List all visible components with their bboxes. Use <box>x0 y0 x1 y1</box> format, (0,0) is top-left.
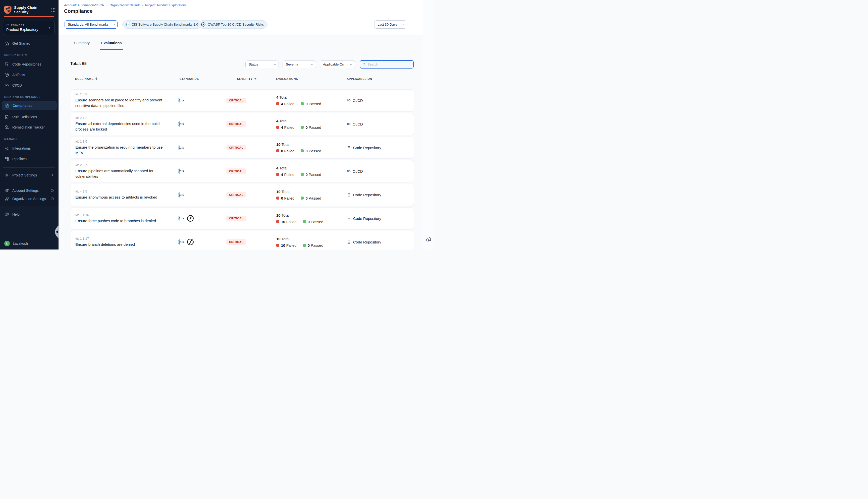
total-label: Total <box>281 142 290 147</box>
total-label: Total <box>281 190 290 194</box>
total-label: Total <box>279 95 288 99</box>
sidebar-item-help[interactable]: ? Help <box>2 210 57 219</box>
project-label: PROJECT <box>11 24 24 26</box>
failed-count: 10 <box>281 220 285 224</box>
code-repository-icon <box>347 193 351 197</box>
failed-stat: 4 Failed <box>281 125 294 130</box>
passed-indicator <box>301 173 304 176</box>
breadcrumb-project[interactable]: Project: Product Exploratory <box>145 3 186 7</box>
collapse-arrow-icon <box>56 230 58 233</box>
passed-indicator <box>303 220 306 223</box>
passed-count: 0 <box>305 196 308 200</box>
svg-text:CIS: CIS <box>180 241 184 243</box>
brand: Supply Chain Security <box>3 4 56 15</box>
info-icon <box>50 197 54 200</box>
svg-text:CIS: CIS <box>180 146 184 149</box>
failed-label: Failed <box>284 196 294 200</box>
failed-label: Failed <box>286 220 297 224</box>
owasp-chip[interactable]: OWASP Top 10 CI/CD Security Risks <box>198 20 267 28</box>
date-range-dropdown[interactable]: Last 30 Days <box>374 20 406 28</box>
applicable-on-label: Code Repository <box>353 216 381 221</box>
cis-standard-icon: CIS <box>177 168 184 175</box>
failed-stat: 0 Failed <box>281 196 294 200</box>
search-input[interactable] <box>367 62 411 66</box>
passed-label: Passed <box>311 243 323 247</box>
compliance-doc-icon <box>4 103 10 108</box>
column-rule-name[interactable]: RULE NAME <box>75 77 180 80</box>
tab-summary[interactable]: Summary <box>73 39 91 50</box>
table-row[interactable]: Id: 4.2.5 Ensure anonymous access to art… <box>71 184 414 206</box>
divider <box>3 183 55 183</box>
total-label: Total <box>279 166 288 170</box>
sidebar: Supply Chain Security PROJECT Product Ex… <box>0 0 59 250</box>
infinity-icon <box>4 83 9 88</box>
table-row[interactable]: Id: 2.4.2 Ensure all external dependenci… <box>71 113 414 135</box>
shield-logo-icon <box>3 5 12 14</box>
failed-stat: 4 Failed <box>281 102 294 106</box>
sidebar-item-artifacts[interactable]: Artifacts <box>2 70 57 79</box>
severity-badge: CRITICAL <box>226 145 246 150</box>
severity-filter-dropdown[interactable]: Severity <box>282 61 316 68</box>
cis-logo-icon: CIS <box>125 22 130 27</box>
tab-evaluations[interactable]: Evaluations <box>100 39 123 50</box>
column-standards: STANDARDS <box>180 77 231 80</box>
sidebar-item-account-settings[interactable]: Account Settings <box>2 186 57 195</box>
rule-id: Id: 1.1.16 <box>75 213 180 217</box>
failed-indicator <box>276 102 279 105</box>
table-row[interactable]: Id: 2.3.7 Ensure pipelines are automatic… <box>71 160 414 182</box>
sidebar-item-remediation-tracker[interactable]: Remediation Tracker <box>2 123 57 132</box>
table-row[interactable]: Id: 1.1.16 Ensure force pushes code to b… <box>71 207 414 229</box>
breadcrumb: Account: Automation-SSCA › Organization:… <box>64 3 186 7</box>
total-count: 10 <box>276 213 280 217</box>
sidebar-item-integrations[interactable]: Integrations <box>2 144 57 153</box>
breadcrumb-account[interactable]: Account: Automation-SSCA <box>64 3 104 7</box>
app-switcher-grid-icon[interactable] <box>51 8 56 12</box>
breadcrumb-organization[interactable]: Organization: default <box>109 3 140 7</box>
failed-stat: 4 Failed <box>281 172 294 177</box>
project-selector[interactable]: PROJECT Product Exploratory <box>3 21 55 35</box>
user-menu[interactable]: L Lavakush <box>2 239 57 248</box>
integrations-icon <box>4 146 9 151</box>
project-name: Product Exploratory <box>6 28 51 32</box>
sidebar-item-rule-definitions[interactable]: Rule Definitions <box>2 112 57 121</box>
table-row[interactable]: Id: 1.3.5 Ensure the organization is req… <box>71 136 414 159</box>
svg-text:CIS: CIS <box>180 123 184 125</box>
passed-stat: 0 Passed <box>305 125 321 130</box>
passed-indicator <box>301 102 304 105</box>
breadcrumb-separator: › <box>142 3 143 7</box>
chevron-right-icon <box>48 27 51 29</box>
sidebar-item-compliance[interactable]: Compliance <box>2 101 57 110</box>
rules-table: Id: 2.3.8 Ensure scanners are in place t… <box>71 89 414 250</box>
standards-filter-dropdown[interactable]: Standards: All Benchmarks <box>64 20 118 28</box>
sidebar-item-organization-settings[interactable]: Organization Settings <box>2 194 57 203</box>
cis-benchmark-chip[interactable]: CIS CIS Software Supply Chain Benchmarks… <box>122 20 202 28</box>
sidebar-item-project-settings[interactable]: Project Settings <box>2 171 57 180</box>
table-row[interactable]: Id: 1.1.17 Ensure branch deletions are d… <box>71 231 414 250</box>
status-filter-dropdown[interactable]: Status <box>245 61 279 68</box>
rule-id: Id: 2.4.2 <box>75 116 180 120</box>
chevron-down-icon <box>311 63 313 65</box>
passed-indicator <box>303 244 306 247</box>
right-rail <box>423 0 434 250</box>
rule-id: Id: 2.3.8 <box>75 93 180 96</box>
severity-badge: CRITICAL <box>226 239 246 245</box>
breadcrumb-separator: › <box>106 3 107 7</box>
remediation-box-icon <box>4 125 9 130</box>
column-severity[interactable]: SEVERITY <box>231 77 276 80</box>
chat-support-icon[interactable] <box>425 236 432 243</box>
chevron-down-icon <box>112 23 115 25</box>
sidebar-item-get-started[interactable]: Get Started <box>2 39 57 48</box>
applicable-on-filter-dropdown[interactable]: Applicable On <box>320 61 355 68</box>
failed-indicator <box>276 220 279 223</box>
passed-count: 0 <box>305 102 308 106</box>
app-title: Supply Chain Security <box>14 5 37 14</box>
rule-id: Id: 1.1.17 <box>75 237 180 241</box>
sidebar-item-cicd[interactable]: CI/CD <box>2 81 57 90</box>
cis-standard-icon: CIS <box>177 191 184 198</box>
table-row[interactable]: Id: 2.3.8 Ensure scanners are in place t… <box>71 89 414 111</box>
sidebar-item-code-repositories[interactable]: Code Repositories <box>2 60 57 69</box>
failed-label: Failed <box>286 243 297 247</box>
sidebar-item-pipelines[interactable]: Pipelines <box>2 154 57 163</box>
sidebar-footer: ? Help L Lavakush <box>0 206 59 250</box>
rule-id: Id: 2.3.7 <box>75 163 180 167</box>
